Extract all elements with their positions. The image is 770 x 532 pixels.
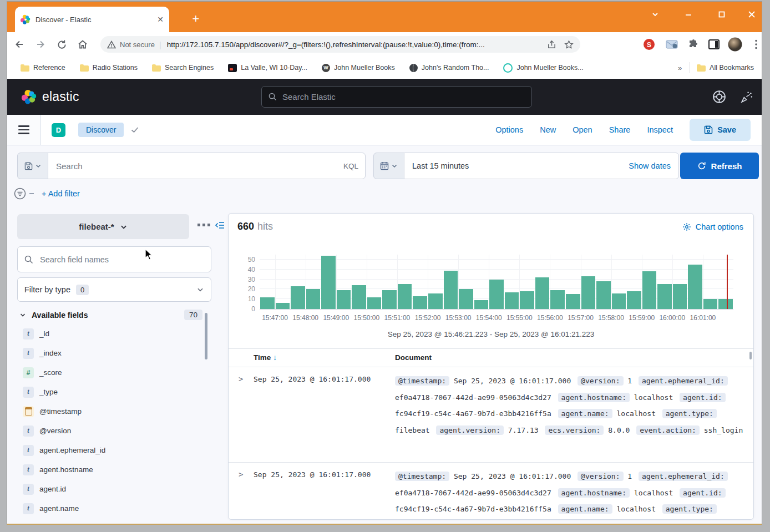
- histogram-bar[interactable]: [535, 277, 550, 309]
- bookmark-item[interactable]: John's Random Tho...: [409, 64, 489, 72]
- field-item[interactable]: tagent.ephemeral_id: [19, 440, 202, 460]
- filter-icon[interactable]: [14, 188, 26, 200]
- histogram-bar[interactable]: [688, 265, 702, 309]
- histogram-bar[interactable]: [612, 293, 626, 310]
- not-secure-warning-icon[interactable]: [107, 40, 116, 49]
- query-text-field[interactable]: [55, 161, 339, 171]
- elastic-logo[interactable]: elastic: [22, 89, 79, 104]
- histogram-chart[interactable]: 01020304050 15:47:0015:48:0015:49:0015:5…: [229, 247, 754, 330]
- bookmark-item[interactable]: Reference: [21, 64, 65, 72]
- histogram-bar[interactable]: [627, 291, 641, 309]
- histogram-bar[interactable]: [703, 299, 718, 309]
- expand-row-icon[interactable]: >: [239, 470, 243, 479]
- histogram-bar[interactable]: [718, 299, 733, 309]
- tab-close-icon[interactable]: ✕: [157, 16, 164, 23]
- url-bar[interactable]: Not secure | http://172.105.7.150/app/di…: [100, 36, 580, 53]
- all-bookmarks-label[interactable]: All Bookmarks: [710, 64, 754, 72]
- field-item[interactable]: @timestamp: [19, 402, 202, 421]
- histogram-bar[interactable]: [260, 297, 275, 309]
- save-button[interactable]: Save: [690, 119, 751, 141]
- bookmarks-overflow-icon[interactable]: »: [678, 64, 682, 72]
- bookmark-item[interactable]: John Mueller Books...: [503, 63, 583, 73]
- histogram-bar[interactable]: [382, 290, 397, 309]
- forward-button[interactable]: [32, 36, 49, 53]
- browser-menu-kebab-icon[interactable]: [748, 37, 762, 52]
- query-input[interactable]: KQL: [48, 153, 366, 179]
- histogram-bar[interactable]: [642, 271, 657, 309]
- back-button[interactable]: [11, 36, 28, 53]
- field-search-input[interactable]: [17, 246, 211, 272]
- collapse-sidebar-icon[interactable]: [215, 221, 225, 230]
- histogram-bar[interactable]: [581, 276, 596, 309]
- histogram-bar[interactable]: [352, 285, 366, 309]
- nav-link-options[interactable]: Options: [495, 125, 523, 134]
- document-column-header[interactable]: Document: [395, 353, 432, 362]
- bookmark-item[interactable]: Radio Stations: [80, 64, 138, 72]
- histogram-bar[interactable]: [321, 256, 336, 309]
- add-filter-button[interactable]: + Add filter: [42, 189, 80, 198]
- histogram-bar[interactable]: [398, 284, 412, 309]
- field-item[interactable]: t_type: [19, 382, 202, 402]
- index-pattern-selector[interactable]: filebeat-*: [17, 214, 189, 239]
- field-item[interactable]: tagent.hostname: [19, 460, 202, 479]
- new-tab-button[interactable]: +: [188, 12, 204, 27]
- side-panel-icon[interactable]: [706, 37, 722, 52]
- histogram-bar[interactable]: [596, 281, 611, 309]
- histogram-bar[interactable]: [291, 286, 305, 309]
- window-maximize-button[interactable]: [711, 6, 733, 23]
- space-badge[interactable]: D: [52, 123, 65, 137]
- available-fields-header[interactable]: Available fields 70: [19, 310, 202, 320]
- histogram-bar[interactable]: [367, 297, 382, 309]
- datepicker-quick-menu-button[interactable]: [373, 153, 404, 179]
- field-search-field[interactable]: [39, 255, 204, 265]
- histogram-bar[interactable]: [459, 289, 473, 309]
- menu-hamburger-icon[interactable]: [7, 115, 40, 145]
- table-row[interactable]: >Sep 25, 2023 @ 16:01:17.000@timestamp: …: [229, 367, 753, 463]
- reload-button[interactable]: [53, 36, 70, 53]
- histogram-bar[interactable]: [474, 300, 489, 309]
- histogram-bar[interactable]: [306, 289, 321, 309]
- histogram-bar[interactable]: [505, 292, 519, 309]
- histogram-bar[interactable]: [413, 296, 427, 309]
- tab-search-icon[interactable]: [644, 6, 666, 23]
- histogram-bar[interactable]: [520, 291, 534, 309]
- refresh-button[interactable]: Refresh: [680, 153, 759, 179]
- browser-tab[interactable]: Discover - Elastic ✕: [15, 7, 169, 32]
- filter-by-type-dropdown[interactable]: Filter by type 0: [17, 277, 211, 302]
- bookmark-item[interactable]: WJohn Mueller Books: [322, 64, 395, 72]
- help-icon[interactable]: [712, 90, 727, 104]
- field-item[interactable]: tagent.name: [19, 499, 202, 518]
- expand-row-icon[interactable]: >: [239, 374, 243, 383]
- kql-label[interactable]: KQL: [343, 162, 358, 170]
- bookmark-item[interactable]: Search Engines: [152, 64, 214, 72]
- profile-avatar[interactable]: [727, 37, 743, 52]
- histogram-bar[interactable]: [566, 294, 580, 309]
- table-scrollbar[interactable]: [749, 352, 752, 359]
- chart-options-button[interactable]: Chart options: [682, 222, 743, 231]
- histogram-bar[interactable]: [489, 280, 504, 309]
- field-item[interactable]: t_index: [19, 343, 202, 363]
- field-item[interactable]: t_id: [19, 324, 202, 343]
- time-range-picker[interactable]: Last 15 minutes Show dates: [404, 153, 679, 179]
- histogram-bar[interactable]: [276, 303, 290, 309]
- nav-link-inspect[interactable]: Inspect: [647, 125, 673, 134]
- field-options-icon[interactable]: [197, 224, 210, 226]
- bookmark-star-icon[interactable]: [564, 40, 574, 49]
- share-icon[interactable]: [547, 40, 556, 49]
- global-search-input[interactable]: Search Elastic: [261, 86, 532, 108]
- extensions-puzzle-icon[interactable]: [686, 37, 701, 52]
- extension-mail-icon[interactable]: [664, 37, 680, 52]
- histogram-bar[interactable]: [673, 284, 687, 309]
- extension-shield-icon[interactable]: S: [641, 37, 657, 52]
- home-button[interactable]: [74, 36, 92, 53]
- window-close-button[interactable]: [741, 6, 762, 23]
- time-column-header[interactable]: Time↓: [254, 353, 277, 362]
- saved-query-menu-button[interactable]: [17, 153, 48, 179]
- bookmark-item[interactable]: La Valle, WI 10-Day...: [228, 64, 307, 72]
- show-dates-button[interactable]: Show dates: [629, 161, 671, 170]
- sidebar-scrollbar[interactable]: [205, 313, 207, 359]
- field-item[interactable]: tagent.id: [19, 479, 202, 499]
- histogram-bar[interactable]: [657, 284, 672, 309]
- nav-link-open[interactable]: Open: [573, 125, 592, 134]
- breadcrumb-discover[interactable]: Discover: [78, 123, 124, 137]
